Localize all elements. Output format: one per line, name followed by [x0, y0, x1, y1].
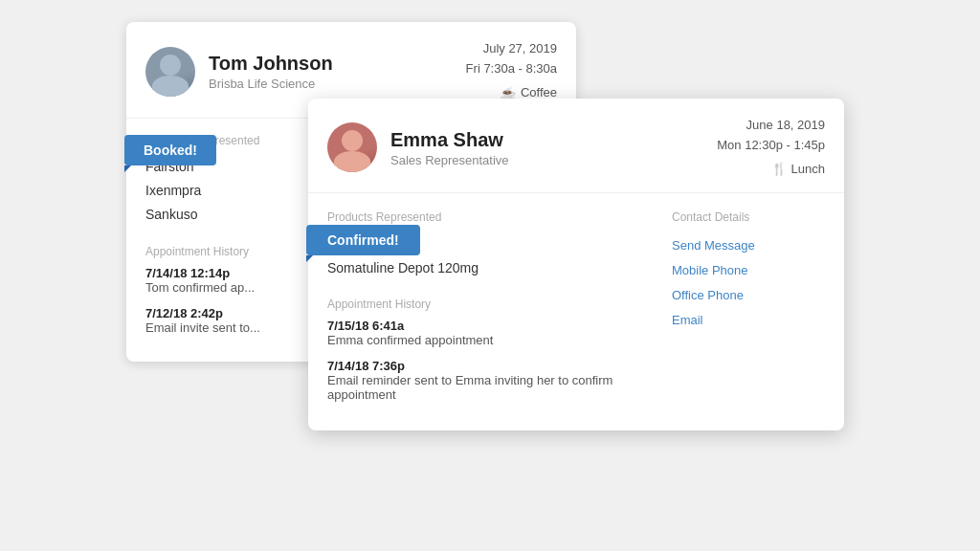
date: July 27, 2019 — [466, 39, 557, 59]
appt-entry: 7/14/18 7:36p Email reminder sent to Emm… — [327, 359, 643, 402]
contact-links: Send Message Mobile Phone Office Phone E… — [672, 233, 825, 333]
office-phone-link[interactable]: Office Phone — [672, 283, 825, 308]
confirmed-badge[interactable]: Confirmed! — [306, 225, 420, 255]
person-title: Sales Representative — [390, 153, 717, 167]
date-info: July 27, 2019 Fri 7:30a - 8:30a ☕ Coffee — [466, 39, 557, 104]
appt-date: 7/15/18 6:41a — [327, 319, 643, 333]
appt-desc: Email reminder sent to Emma inviting her… — [327, 373, 643, 402]
date: June 18, 2019 — [717, 116, 825, 136]
appointment-history: Appointment History 7/15/18 6:41a Emma c… — [327, 298, 643, 402]
person-name: Tom Johnson — [209, 52, 466, 75]
time: Mon 12:30p - 1:45p — [717, 136, 825, 156]
list-item: Somatuline Depot 120mg — [327, 256, 643, 280]
person-name: Emma Shaw — [390, 128, 717, 151]
appt-entry: 7/15/18 6:41a Emma confirmed appointment — [327, 319, 643, 347]
date-info: June 18, 2019 Mon 12:30p - 1:45p 🍴 Lunch — [717, 116, 825, 179]
appt-desc: Emma confirmed appointment — [327, 333, 643, 347]
booked-badge[interactable]: Booked! — [124, 135, 216, 165]
meeting-type: Lunch — [791, 160, 825, 180]
avatar — [145, 47, 195, 97]
time: Fri 7:30a - 8:30a — [466, 59, 557, 79]
card-header: Emma Shaw Sales Representative June 18, … — [308, 99, 844, 193]
person-info: Tom Johnson Brisba Life Science — [209, 52, 466, 91]
company-name: Brisba Life Science — [209, 77, 466, 91]
products-label: Products Represented — [327, 210, 643, 224]
person-info: Emma Shaw Sales Representative — [390, 128, 717, 167]
avatar — [327, 122, 377, 172]
appt-date: 7/14/18 7:36p — [327, 359, 643, 373]
send-message-link[interactable]: Send Message — [672, 233, 825, 258]
lunch-icon: 🍴 — [771, 160, 787, 180]
mobile-phone-link[interactable]: Mobile Phone — [672, 258, 825, 283]
contact-details: Contact Details Send Message Mobile Phon… — [672, 210, 825, 412]
email-link[interactable]: Email — [672, 308, 825, 333]
contact-label: Contact Details — [672, 210, 825, 224]
history-label: Appointment History — [327, 298, 643, 311]
emma-shaw-card: Emma Shaw Sales Representative June 18, … — [308, 99, 844, 430]
